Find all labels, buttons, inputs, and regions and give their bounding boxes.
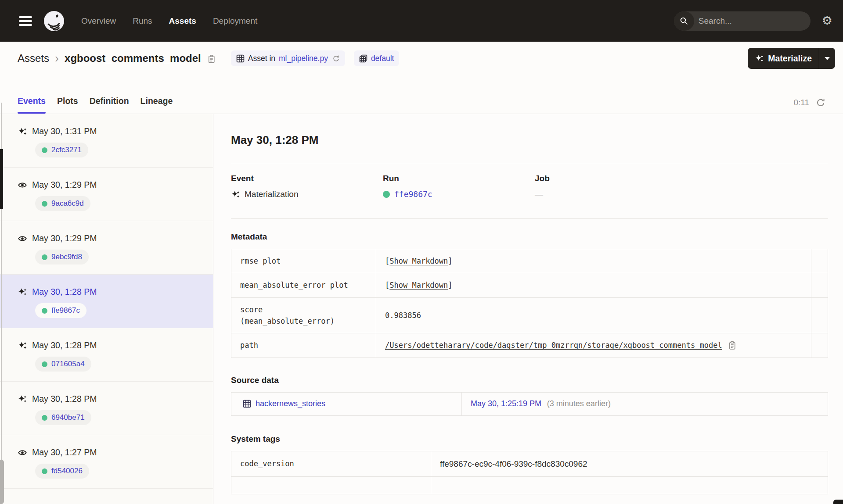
run-id-link[interactable]: 9aca6c9d (51, 199, 84, 208)
job-column-label: Job (535, 174, 828, 183)
materialization-icon (18, 127, 27, 136)
event-type-value: Materialization (245, 189, 299, 199)
nav-item-overview[interactable]: Overview (81, 16, 116, 26)
divider (231, 218, 828, 219)
event-list-item[interactable]: May 30, 1:28 PMffe9867c (0, 275, 213, 328)
event-list-item[interactable]: May 30, 1:29 PM9aca6c9d (0, 168, 213, 221)
run-column: Run ffe9867c (383, 174, 535, 199)
search-input[interactable] (694, 16, 811, 26)
group-tag-link[interactable]: default (371, 54, 394, 63)
tab-plots[interactable]: Plots (57, 75, 78, 114)
asset-definition-tag[interactable]: Asset in ml_pipeline.py (231, 50, 345, 66)
tab-definition[interactable]: Definition (90, 75, 129, 114)
page-header: Assets › xgboost_comments_model Asset in… (0, 42, 843, 75)
run-id-link[interactable]: 2cfc3271 (51, 146, 82, 154)
nav-item-assets[interactable]: Assets (169, 16, 196, 26)
materialize-dropdown-button[interactable] (819, 48, 835, 69)
breadcrumb-separator: › (55, 53, 59, 64)
hamburger-menu-icon[interactable] (19, 14, 32, 28)
metadata-row: rmse plot[Show Markdown] (231, 249, 828, 273)
materialize-label: Materialize (768, 54, 812, 64)
show-markdown-link[interactable]: [Show Markdown] (385, 257, 453, 265)
observation-icon (18, 234, 27, 243)
metadata-key: path (231, 333, 376, 357)
system-tags-heading: System tags (231, 434, 828, 444)
source-event-time-link[interactable]: May 30, 1:25:19 PM (471, 399, 541, 408)
event-timestamp: May 30, 1:31 PM (32, 126, 97, 136)
metadata-table: rmse plot[Show Markdown]mean_absolute_er… (231, 249, 828, 358)
event-list-item[interactable]: May 30, 1:27 PMfd540026 (0, 435, 213, 489)
show-markdown-link[interactable]: [Show Markdown] (385, 281, 453, 290)
refresh-icon[interactable] (816, 98, 825, 107)
event-timestamp: May 30, 1:27 PM (32, 447, 97, 458)
reload-definitions-icon[interactable] (332, 55, 340, 62)
run-id-pill[interactable]: 071605a4 (35, 357, 91, 372)
run-id-pill[interactable]: 6940be71 (35, 410, 91, 425)
run-id-link[interactable]: 6940be71 (51, 413, 85, 422)
refresh-countdown: 0:11 (793, 98, 809, 107)
run-column-label: Run (383, 174, 535, 183)
copy-path-icon[interactable] (728, 341, 737, 350)
system-tag-row: code_versionffe9867c-ec9c-4f06-939c-f8dc… (231, 451, 828, 476)
event-list-item[interactable]: May 30, 1:28 PM071605a4 (0, 328, 213, 382)
asset-tag-prefix: Asset in (248, 54, 275, 63)
run-id-link[interactable]: 9ebc9fd8 (51, 253, 82, 261)
pipeline-file-link[interactable]: ml_pipeline.py (279, 54, 328, 63)
run-status-dot (42, 468, 47, 474)
gear-icon[interactable]: ⚙ (822, 15, 832, 27)
event-column: Event Materialization (231, 174, 383, 199)
run-status-dot (42, 201, 47, 207)
materialization-icon (231, 190, 240, 199)
nav-item-runs[interactable]: Runs (133, 16, 152, 26)
background-window-corner (833, 500, 843, 504)
source-data-table: hackernews_stories May 30, 1:25:19 PM (3… (231, 392, 828, 416)
source-asset-link[interactable]: hackernews_stories (256, 398, 325, 410)
asset-table-icon (243, 400, 251, 408)
path-link[interactable]: /Users/odetteharary/code/dagster/tmp_0mz… (385, 340, 722, 351)
run-id-link[interactable]: ffe9867c (394, 189, 432, 199)
metadata-key: score (mean_absolute_error) (231, 297, 376, 333)
metadata-key: mean_absolute_error plot (231, 273, 376, 297)
code-location-icon (236, 54, 245, 63)
materialize-button[interactable]: Materialize (748, 48, 819, 69)
metadata-value: 0.983856 (385, 311, 421, 320)
run-id-pill[interactable]: fd540026 (35, 464, 89, 479)
run-id-link[interactable]: 071605a4 (51, 360, 85, 368)
event-list: May 30, 1:31 PM2cfc3271May 30, 1:29 PM9a… (0, 114, 213, 504)
event-list-item[interactable]: May 30, 1:28 PM6940be71 (0, 382, 213, 435)
search-box[interactable]: / (674, 11, 811, 31)
event-timestamp: May 30, 1:29 PM (32, 180, 97, 190)
source-data-heading: Source data (231, 375, 828, 385)
system-tag-key: code_version (231, 451, 431, 476)
sparkle-icon (755, 54, 764, 63)
copy-asset-name-icon[interactable] (207, 54, 216, 64)
metadata-row: score (mean_absolute_error)0.983856 (231, 297, 828, 333)
run-id-link[interactable]: fd540026 (51, 467, 83, 475)
run-status-dot (42, 415, 47, 421)
group-tag-default[interactable]: default (354, 50, 400, 66)
run-id-pill[interactable]: 2cfc3271 (35, 143, 88, 157)
search-icon (674, 11, 694, 31)
system-tags-table: code_versionffe9867c-ec9c-4f06-939c-f8dc… (231, 451, 828, 494)
event-list-item[interactable]: May 30, 1:31 PM2cfc3271 (0, 114, 213, 168)
run-id-link[interactable]: ffe9867c (51, 306, 80, 315)
run-id-pill[interactable]: 9aca6c9d (35, 196, 90, 211)
left-scrollbar-thumb[interactable] (0, 460, 4, 504)
run-status-dot (42, 308, 47, 314)
job-column: Job — (535, 174, 828, 199)
metadata-extra-cell (811, 273, 828, 297)
tab-lineage[interactable]: Lineage (140, 75, 173, 114)
system-tag-row (231, 477, 828, 494)
nav-item-deployment[interactable]: Deployment (213, 16, 257, 26)
breadcrumb-assets-link[interactable]: Assets (18, 52, 49, 64)
event-list-item[interactable]: May 30, 1:29 PM9ebc9fd8 (0, 221, 213, 275)
event-column-label: Event (231, 174, 383, 183)
materialization-icon (18, 394, 27, 404)
background-window-edge (0, 149, 3, 209)
materialization-icon (18, 341, 27, 350)
run-id-pill[interactable]: ffe9867c (35, 303, 86, 318)
dagster-logo-icon[interactable] (43, 11, 65, 32)
metadata-extra-cell (811, 333, 828, 357)
run-id-pill[interactable]: 9ebc9fd8 (35, 250, 89, 265)
tab-events[interactable]: Events (18, 75, 46, 114)
